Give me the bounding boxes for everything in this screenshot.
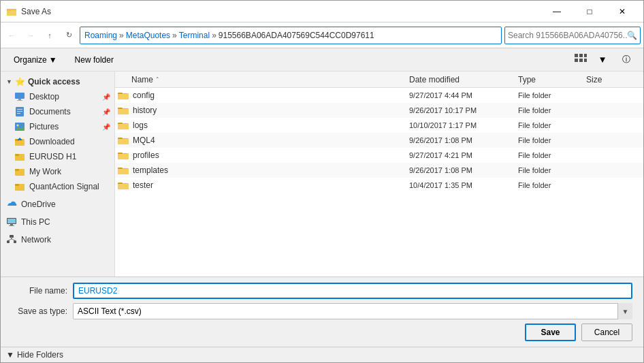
- svg-rect-11: [17, 100, 22, 101]
- sidebar-item-desktop[interactable]: Desktop 📌: [1, 89, 114, 104]
- quick-access-header[interactable]: ▼ ⭐ Quick access: [1, 74, 114, 89]
- sidebar-item-onedrive-label: OneDrive: [21, 200, 56, 209]
- breadcrumb-item-metaquotes[interactable]: MetaQuotes: [126, 31, 170, 40]
- col-date-label[interactable]: Date modified: [409, 75, 518, 84]
- table-row[interactable]: tester 10/4/2017 1:35 PM File folder: [115, 178, 643, 193]
- file-type: File folder: [518, 121, 586, 129]
- sidebar-item-eurusd[interactable]: EURUSD H1: [1, 149, 114, 164]
- svg-rect-13: [17, 109, 22, 110]
- svg-rect-33: [7, 240, 10, 243]
- onedrive-section: OneDrive: [1, 197, 114, 212]
- table-row[interactable]: profiles 9/27/2017 4:21 PM File folder: [115, 148, 643, 163]
- breadcrumb-current: 915566BA06ADA407569C544CC0D97611: [219, 31, 374, 40]
- col-name-label[interactable]: Name: [131, 75, 153, 84]
- new-folder-button[interactable]: New folder: [67, 51, 121, 69]
- sidebar-item-documents[interactable]: Documents 📌: [1, 104, 114, 119]
- file-name-text: templates: [133, 165, 168, 175]
- table-row[interactable]: templates 9/26/2017 1:08 PM File folder: [115, 163, 643, 178]
- toolbar-right: ▼ ⓘ: [571, 51, 638, 69]
- pictures-icon: [14, 121, 25, 132]
- svg-rect-40: [118, 94, 129, 99]
- filename-row: File name:: [12, 283, 632, 299]
- savetype-wrapper: ASCII Text (*.csv) ▼: [73, 303, 632, 319]
- sidebar-item-network[interactable]: Network: [1, 232, 114, 247]
- svg-rect-35: [11, 237, 12, 239]
- sidebar-item-downloaded-label: Downloaded: [29, 137, 75, 146]
- folder-icon: [118, 136, 129, 145]
- pin-pictures-icon: 📌: [102, 123, 110, 131]
- back-button[interactable]: ←: [3, 27, 20, 44]
- svg-rect-23: [15, 154, 19, 156]
- file-list-header: Name ˄ Date modified Type Size: [115, 72, 643, 88]
- folder-icon: [118, 106, 129, 115]
- svg-rect-55: [118, 169, 129, 174]
- sidebar-item-my-work-label: My Work: [29, 167, 61, 176]
- breadcrumb-sep-2: »: [172, 31, 177, 40]
- table-row[interactable]: MQL4 9/26/2017 1:08 PM File folder: [115, 133, 643, 148]
- view-button[interactable]: [571, 52, 590, 68]
- breadcrumb[interactable]: Roaming » MetaQuotes » Terminal » 915566…: [80, 27, 502, 44]
- svg-rect-4: [579, 54, 583, 57]
- breadcrumb-item-terminal[interactable]: Terminal: [179, 31, 210, 40]
- refresh-button[interactable]: ↻: [61, 27, 77, 44]
- forward-button[interactable]: →: [22, 27, 39, 44]
- svg-rect-58: [118, 184, 129, 189]
- folder-icon: [118, 151, 129, 160]
- up-button[interactable]: ↑: [42, 27, 58, 44]
- svg-rect-25: [15, 169, 19, 171]
- table-row[interactable]: logs 10/10/2017 1:17 PM File folder: [115, 118, 643, 133]
- cancel-button[interactable]: Cancel: [581, 323, 632, 341]
- svg-rect-3: [575, 54, 578, 57]
- view-dropdown-button[interactable]: ▼: [593, 52, 612, 68]
- main-content: ▼ ⭐ Quick access Desktop 📌: [1, 72, 643, 277]
- sidebar-item-quantaction-label: QuantAction Signal: [29, 182, 99, 191]
- maximize-button[interactable]: □: [574, 1, 605, 22]
- filename-input[interactable]: [73, 283, 632, 299]
- help-button[interactable]: ⓘ: [615, 51, 638, 69]
- sidebar-item-my-work[interactable]: My Work: [1, 164, 114, 179]
- file-name-text: profiles: [133, 151, 159, 160]
- table-row[interactable]: config 9/27/2017 4:44 PM File folder: [115, 88, 643, 103]
- sort-arrow: ˄: [156, 76, 159, 83]
- thispc-section: This PC: [1, 215, 114, 230]
- minimize-button[interactable]: —: [541, 1, 573, 22]
- view-dropdown-icon: ▼: [598, 54, 607, 65]
- quick-access-icon: ⭐: [15, 77, 25, 86]
- hide-folders-label: Hide Folders: [17, 350, 63, 360]
- save-button[interactable]: Save: [525, 323, 576, 341]
- hide-folders[interactable]: ▼ Hide Folders: [1, 347, 643, 362]
- sidebar-item-pictures-label: Pictures: [29, 122, 59, 131]
- col-size-label[interactable]: Size: [586, 75, 641, 84]
- file-name-text: config: [133, 91, 155, 100]
- search-box: 🔍: [504, 27, 641, 44]
- svg-line-37: [12, 239, 15, 240]
- my-work-icon: [14, 166, 25, 177]
- folder-icon: [118, 165, 129, 175]
- organize-button[interactable]: Organize ▼: [6, 51, 65, 69]
- button-row: Save Cancel: [12, 323, 632, 341]
- svg-rect-43: [118, 109, 129, 114]
- view-icon: [575, 54, 587, 65]
- svg-rect-5: [584, 54, 587, 57]
- quick-access-chevron: ▼: [6, 78, 12, 85]
- sidebar: ▼ ⭐ Quick access Desktop 📌: [1, 72, 115, 277]
- table-row[interactable]: history 9/26/2017 10:17 PM File folder: [115, 103, 643, 118]
- sidebar-item-quantaction[interactable]: QuantAction Signal: [1, 179, 114, 194]
- sidebar-item-onedrive[interactable]: OneDrive: [1, 197, 114, 212]
- toolbar: Organize ▼ New folder: [1, 48, 643, 72]
- sidebar-item-thispc[interactable]: This PC: [1, 215, 114, 230]
- savetype-select[interactable]: ASCII Text (*.csv): [73, 303, 632, 319]
- bottom-section: File name: Save as type: ASCII Text (*.c…: [1, 277, 643, 347]
- folder-icon: [118, 91, 129, 100]
- file-name-text: tester: [133, 180, 153, 190]
- file-date: 9/27/2017 4:21 PM: [409, 151, 518, 159]
- close-button[interactable]: ✕: [607, 1, 638, 22]
- sidebar-item-downloaded[interactable]: Downloaded: [1, 134, 114, 149]
- quick-access-label: Quick access: [28, 77, 80, 86]
- organize-label: Organize: [14, 55, 47, 65]
- sidebar-item-pictures[interactable]: Pictures 📌: [1, 119, 114, 134]
- search-input[interactable]: [508, 31, 627, 40]
- col-type-label[interactable]: Type: [518, 75, 586, 84]
- pin-desktop-icon: 📌: [102, 93, 110, 101]
- breadcrumb-item-roaming[interactable]: Roaming: [84, 31, 117, 40]
